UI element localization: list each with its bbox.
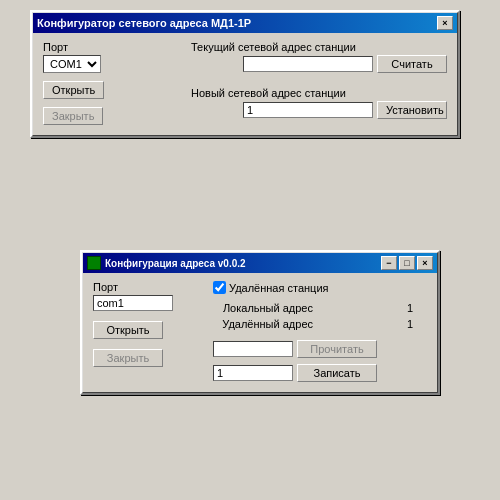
new-addr-input[interactable]: 1 (243, 102, 373, 118)
read-btn[interactable]: Прочитать (297, 340, 377, 358)
read-input[interactable] (213, 341, 293, 357)
window1-controls: × (437, 16, 453, 30)
close-button[interactable]: Закрыть (43, 107, 103, 125)
current-addr-input[interactable] (243, 56, 373, 72)
set-button[interactable]: Установить (377, 101, 447, 119)
remote-addr-label: Удалённый адрес (213, 318, 313, 330)
current-addr-label: Текущий сетевой адрес станции (191, 41, 447, 53)
window2-close-button[interactable]: × (417, 256, 433, 270)
window2-min-button[interactable]: − (381, 256, 397, 270)
local-addr-label: Локальный адрес (213, 302, 313, 314)
read-button[interactable]: Считать (377, 55, 447, 73)
remote-station-checkbox[interactable] (213, 281, 226, 294)
remote-addr-value: 1 (407, 318, 427, 330)
window2-port-input[interactable]: com1 (93, 295, 173, 311)
window2-port-label: Порт (93, 281, 203, 293)
window2-title: Конфигурация адреса v0.0.2 (105, 258, 246, 269)
local-addr-value: 1 (407, 302, 427, 314)
window2-icon (87, 256, 101, 270)
write-btn[interactable]: Записать (297, 364, 377, 382)
window1-close-button[interactable]: × (437, 16, 453, 30)
remote-station-label: Удалённая станция (229, 282, 329, 294)
window1-title: Конфигуратор сетевого адреса МД1-1Р (37, 17, 251, 29)
open-button[interactable]: Открыть (43, 81, 104, 99)
window1: Конфигуратор сетевого адреса МД1-1Р × По… (30, 10, 460, 138)
port-select[interactable]: COM1 COM2 COM3 COM4 (43, 55, 101, 73)
port-label: Порт (43, 41, 183, 53)
window2: Конфигурация адреса v0.0.2 − □ × Порт co… (80, 250, 440, 395)
window2-controls: − □ × (381, 256, 433, 270)
new-addr-label: Новый сетевой адрес станции (191, 87, 447, 99)
window2-max-button[interactable]: □ (399, 256, 415, 270)
window1-titlebar: Конфигуратор сетевого адреса МД1-1Р × (33, 13, 457, 33)
write-input[interactable]: 1 (213, 365, 293, 381)
window2-titlebar: Конфигурация адреса v0.0.2 − □ × (83, 253, 437, 273)
window2-close-button[interactable]: Закрыть (93, 349, 163, 367)
window2-open-button[interactable]: Открыть (93, 321, 163, 339)
